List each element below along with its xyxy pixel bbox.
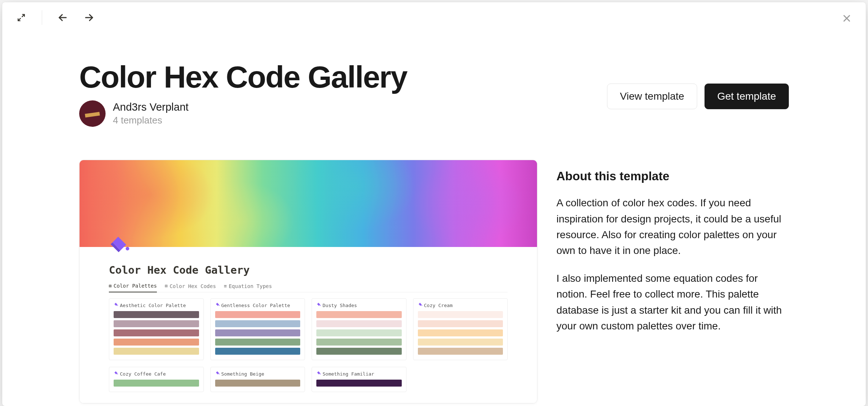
header-row: Color Hex Code Gallery And3rs Verplant 4… — [79, 61, 789, 127]
palette-card[interactable]: Dusty Shades — [312, 298, 407, 360]
color-stripe — [114, 339, 199, 346]
paint-bucket-icon — [215, 371, 220, 377]
color-stripe — [316, 348, 402, 355]
template-count: 4 templates — [113, 115, 188, 126]
color-stripe — [215, 348, 301, 355]
forward-button[interactable] — [80, 9, 98, 26]
color-stripe — [418, 320, 503, 327]
palette-card-title: Something Beige — [215, 371, 301, 377]
paint-bucket-icon — [109, 235, 130, 256]
palette-card-title: Something Familiar — [316, 371, 402, 377]
color-stripe — [114, 329, 199, 336]
palette-card[interactable]: Something Familiar — [312, 367, 407, 392]
svg-point-6 — [218, 374, 219, 374]
tab-equation-types[interactable]: ≡ Equation Types — [224, 283, 272, 292]
color-stripe — [316, 320, 402, 327]
color-stripe — [215, 311, 301, 318]
palette-grid: Aesthetic Color PaletteGentleness Color … — [109, 298, 508, 392]
palette-name: Cozy Cream — [424, 303, 453, 308]
palette-name: Gentleness Color Palette — [221, 303, 290, 308]
palette-card[interactable]: Something Beige — [210, 367, 305, 392]
preview-tabs: ⊞ Color Palettes ⊞ Color Hex Codes ≡ Equ… — [109, 283, 508, 292]
get-template-button[interactable]: Get template — [705, 84, 789, 109]
about-paragraph: I also implemented some equation codes f… — [556, 270, 789, 334]
palette-card[interactable]: Aesthetic Color Palette — [109, 298, 204, 360]
paint-bucket-icon — [418, 302, 423, 308]
page-title: Color Hex Code Gallery — [79, 61, 607, 93]
tab-color-palettes[interactable]: ⊞ Color Palettes — [109, 283, 157, 292]
author-avatar — [79, 100, 106, 127]
view-template-button[interactable]: View template — [607, 84, 697, 109]
paint-bucket-icon — [114, 302, 118, 308]
paint-bucket-icon — [316, 371, 321, 377]
palette-card-title: Aesthetic Color Palette — [114, 302, 199, 308]
palette-stripes — [418, 311, 503, 355]
paint-bucket-icon — [316, 302, 321, 308]
palette-stripes — [316, 311, 402, 355]
list-icon: ≡ — [224, 283, 227, 289]
template-preview[interactable]: Color Hex Code Gallery ⊞ Color Palettes … — [79, 160, 537, 403]
about-heading: About this template — [556, 169, 789, 183]
template-modal: Color Hex Code Gallery And3rs Verplant 4… — [2, 2, 866, 406]
paint-bucket-icon — [215, 302, 220, 308]
palette-card-title: Cozy Cream — [418, 302, 503, 308]
svg-point-5 — [117, 374, 118, 374]
color-stripe — [316, 329, 402, 336]
svg-point-0 — [126, 247, 129, 251]
author-name: And3rs Verplant — [113, 101, 188, 113]
palette-card[interactable]: Cozy Cream — [413, 298, 508, 360]
palette-card[interactable]: Cozy Coffee Cafe — [109, 367, 204, 392]
palette-card[interactable]: Gentleness Color Palette — [210, 298, 305, 360]
color-stripe — [418, 311, 503, 318]
top-controls — [12, 9, 98, 26]
body-section: Color Hex Code Gallery ⊞ Color Palettes … — [79, 160, 789, 403]
tab-color-hex-codes[interactable]: ⊞ Color Hex Codes — [165, 283, 216, 292]
color-stripe — [316, 339, 402, 346]
svg-point-3 — [320, 305, 321, 306]
action-buttons: View template Get template — [607, 84, 789, 109]
svg-point-7 — [320, 374, 321, 374]
expand-icon[interactable] — [12, 9, 30, 26]
color-stripe — [215, 339, 301, 346]
color-stripe — [316, 380, 402, 387]
palette-card-title: Gentleness Color Palette — [215, 302, 301, 308]
about-section: About this template A collection of colo… — [556, 160, 789, 403]
color-stripe — [418, 339, 503, 346]
author-row[interactable]: And3rs Verplant 4 templates — [79, 100, 607, 127]
preview-hero-image — [80, 160, 537, 247]
svg-point-1 — [117, 305, 118, 306]
author-text: And3rs Verplant 4 templates — [113, 101, 188, 126]
palette-stripes — [114, 311, 199, 355]
paint-bucket-icon — [114, 371, 118, 377]
color-stripe — [215, 380, 301, 387]
svg-point-4 — [421, 305, 422, 306]
color-stripe — [215, 329, 301, 336]
color-stripe — [114, 348, 199, 355]
preview-body: Color Hex Code Gallery ⊞ Color Palettes … — [80, 247, 537, 403]
color-stripe — [114, 311, 199, 318]
close-button[interactable] — [839, 10, 855, 26]
preview-title: Color Hex Code Gallery — [109, 247, 508, 276]
color-stripe — [418, 329, 503, 336]
tab-label: Color Hex Codes — [170, 283, 216, 289]
color-stripe — [215, 320, 301, 327]
content-area: Color Hex Code Gallery And3rs Verplant 4… — [2, 2, 866, 403]
svg-point-2 — [218, 305, 219, 306]
tag-icon: ⊞ — [165, 283, 168, 289]
tab-label: Color Palettes — [114, 283, 157, 289]
palette-stripes — [215, 380, 301, 387]
palette-name: Aesthetic Color Palette — [120, 303, 186, 308]
color-stripe — [114, 320, 199, 327]
palette-name: Something Beige — [221, 371, 264, 377]
color-stripe — [316, 311, 402, 318]
tab-label: Equation Types — [229, 283, 272, 289]
palette-stripes — [215, 311, 301, 355]
palette-stripes — [114, 380, 199, 387]
palette-name: Dusty Shades — [323, 303, 357, 308]
palette-name: Cozy Coffee Cafe — [120, 371, 166, 377]
about-paragraph: A collection of color hex codes. If you … — [556, 195, 789, 259]
divider — [42, 10, 42, 25]
palette-stripes — [316, 380, 402, 387]
back-button[interactable] — [54, 9, 71, 26]
palette-card-title: Dusty Shades — [316, 302, 402, 308]
